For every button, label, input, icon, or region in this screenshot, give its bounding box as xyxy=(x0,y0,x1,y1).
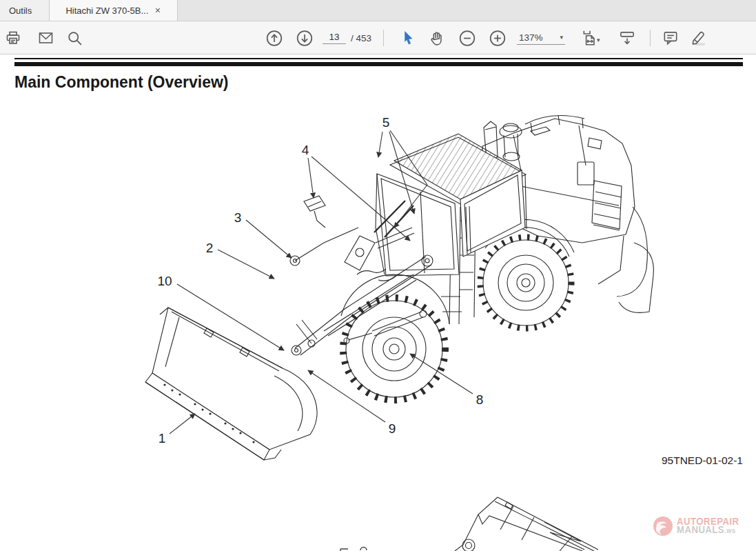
tab-document-label: Hitachi ZW 370-5B... xyxy=(65,6,148,16)
bucket xyxy=(145,308,317,460)
callout-3: 3 xyxy=(234,210,242,225)
partial-lower-figure xyxy=(455,497,598,551)
zoom-level-dropdown[interactable]: 137% ▾ xyxy=(517,30,565,45)
callout-5: 5 xyxy=(382,115,390,130)
arrow-up-circle-icon xyxy=(265,29,283,48)
wheel-loader-diagram: 1 2 3 4 5 8 9 10 xyxy=(0,54,756,551)
arrow-down-circle-icon xyxy=(296,29,314,48)
acrobat-window: Outils Hitachi ZW 370-5B... ✕ xyxy=(0,0,756,551)
close-tab-icon[interactable]: ✕ xyxy=(154,6,161,15)
callout-2: 2 xyxy=(206,241,214,255)
watermark-brand-suffix: .ws xyxy=(724,527,736,534)
watermark-brand-bottom: MANUALS.ws xyxy=(677,525,739,535)
machine-art xyxy=(145,115,653,551)
hand-icon xyxy=(428,30,445,47)
zoom-out-button[interactable] xyxy=(458,29,476,47)
main-toolbar: / 453 xyxy=(0,21,756,54)
page-scrolling-button[interactable] xyxy=(618,29,636,47)
highlight-button[interactable] xyxy=(689,29,707,47)
hand-tool-button[interactable] xyxy=(427,29,445,47)
search-icon xyxy=(66,30,83,47)
highlighter-icon xyxy=(689,29,707,48)
minus-circle-icon xyxy=(458,29,476,48)
zoom-level-value: 137% xyxy=(519,32,543,43)
print-button[interactable] xyxy=(4,29,22,47)
pdf-page: Main Component (Overview) xyxy=(0,54,756,551)
previous-page-button[interactable] xyxy=(265,29,283,47)
scroll-mode-icon xyxy=(618,29,636,47)
cursor-icon xyxy=(400,30,416,46)
toolbar-divider xyxy=(383,30,384,46)
mirror-box xyxy=(304,196,325,228)
toolbar-divider xyxy=(650,30,651,46)
callout-4: 4 xyxy=(302,143,309,157)
tab-bar: Outils Hitachi ZW 370-5B... ✕ xyxy=(0,0,756,21)
watermark-logo-icon xyxy=(652,515,674,537)
page-total-label: / 453 xyxy=(351,33,371,43)
search-button[interactable] xyxy=(65,29,83,47)
select-tool-button[interactable] xyxy=(399,29,417,47)
callout-1: 1 xyxy=(159,431,166,445)
tab-document[interactable]: Hitachi ZW 370-5B... ✕ xyxy=(50,0,178,21)
callout-8: 8 xyxy=(476,392,484,407)
print-icon xyxy=(5,30,21,46)
next-page-button[interactable] xyxy=(296,29,314,47)
plus-circle-icon xyxy=(489,29,507,48)
zoom-in-button[interactable] xyxy=(489,29,507,47)
comment-button[interactable] xyxy=(662,29,680,47)
callout-9: 9 xyxy=(389,421,396,436)
callout-10: 10 xyxy=(157,274,172,288)
cropped-caption-fragment xyxy=(340,548,367,551)
page-number-input[interactable] xyxy=(323,30,346,44)
tab-tools-label: Outils xyxy=(9,6,32,16)
figure-code: 95TNED-01-02-1 xyxy=(662,454,743,467)
comment-bubble-icon xyxy=(662,29,680,47)
mail-icon xyxy=(37,30,54,46)
chevron-down-icon[interactable]: ▾ xyxy=(597,37,600,43)
email-button[interactable] xyxy=(37,29,54,47)
watermark: AUTOREPAIR MANUALS.ws xyxy=(652,515,743,537)
tab-tools[interactable]: Outils xyxy=(0,0,50,21)
chevron-down-icon: ▾ xyxy=(560,34,563,41)
